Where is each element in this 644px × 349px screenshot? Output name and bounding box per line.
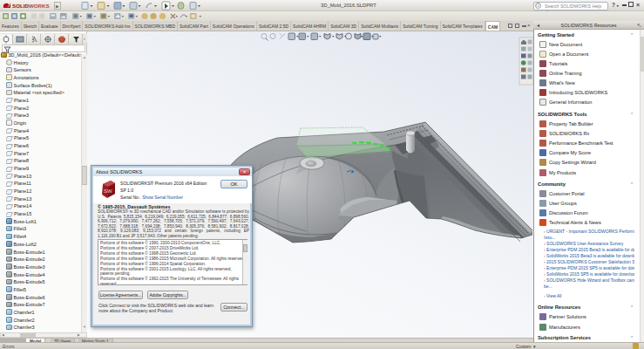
svg-text:SW: SW [104, 188, 112, 194]
svg-text:SOLIDWORKS: SOLIDWORKS [12, 3, 50, 9]
